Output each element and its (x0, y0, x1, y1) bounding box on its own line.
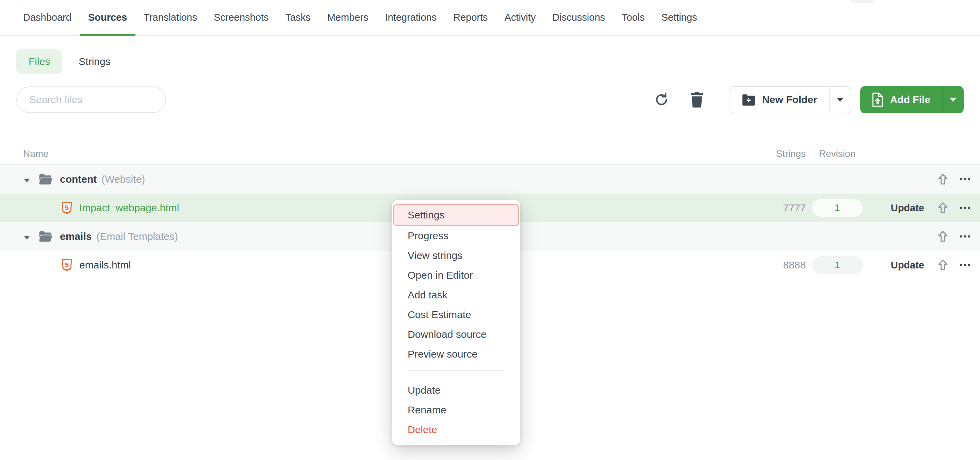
add-file-dropdown[interactable] (942, 86, 964, 113)
trash-icon (690, 92, 704, 108)
folder-plus-icon (742, 94, 756, 106)
strings-count: 7777 (748, 202, 806, 214)
project-nav: Dashboard Sources Translations Screensho… (0, 0, 980, 36)
nav-discussions[interactable]: Discussions (552, 0, 605, 35)
upload-icon[interactable] (935, 229, 950, 244)
chevron-down-icon (837, 98, 843, 102)
context-menu-item-cost-estimate[interactable]: Cost Estimate (392, 305, 520, 325)
context-menu-item-open-in-editor[interactable]: Open in Editor (392, 266, 520, 285)
toolbar-actions: New Folder Add File (654, 86, 964, 113)
context-menu-item-preview-source[interactable]: Preview source (392, 344, 520, 364)
nav-members[interactable]: Members (327, 0, 369, 35)
delete-selected-button[interactable] (690, 92, 704, 108)
upload-icon[interactable] (935, 172, 950, 187)
tab-files[interactable]: Files (16, 49, 62, 74)
folder-note: (Website) (102, 173, 145, 185)
context-menu-item-update[interactable]: Update (392, 380, 520, 400)
file-upload-icon (872, 92, 883, 107)
new-folder-button[interactable]: New Folder (730, 87, 829, 113)
folder-icon (39, 173, 53, 185)
new-folder-dropdown[interactable] (829, 87, 851, 113)
sources-page: Dashboard Sources Translations Screensho… (0, 0, 980, 460)
revision-badge[interactable]: 1 (812, 199, 863, 217)
add-file-split-button: Add File (860, 86, 964, 113)
context-menu-item-progress[interactable]: Progress (392, 226, 520, 246)
header-revision: Revision (809, 148, 865, 159)
search-input[interactable] (16, 86, 166, 113)
more-actions-icon[interactable] (959, 173, 972, 186)
svg-text:5: 5 (65, 261, 69, 269)
file-name[interactable]: Impact_webpage.html (79, 202, 179, 214)
context-menu-item-add-task[interactable]: Add task (392, 285, 520, 305)
nav-dashboard[interactable]: Dashboard (23, 0, 72, 35)
upload-icon[interactable] (935, 201, 950, 215)
upload-icon[interactable] (935, 258, 950, 272)
nav-sources[interactable]: Sources (88, 0, 127, 35)
strings-count: 8888 (748, 259, 806, 271)
context-menu-item-download-source[interactable]: Download source (392, 325, 520, 344)
collapse-caret-icon[interactable] (24, 236, 30, 240)
table-header: Name Strings Revision (0, 143, 980, 165)
folder-name[interactable]: emails (60, 231, 92, 242)
nav-activity[interactable]: Activity (504, 0, 536, 35)
nav-screenshots[interactable]: Screenshots (214, 0, 269, 35)
collapse-caret-icon[interactable] (24, 178, 30, 182)
more-actions-icon[interactable] (959, 230, 972, 243)
nav-tools[interactable]: Tools (622, 0, 645, 35)
context-menu-item-settings[interactable]: Settings (393, 204, 519, 226)
context-menu-item-delete[interactable]: Delete (392, 420, 520, 439)
nav-reports[interactable]: Reports (453, 0, 488, 35)
file-name[interactable]: emails.html (79, 259, 131, 271)
html5-file-icon: 5 (61, 201, 73, 214)
nav-settings[interactable]: Settings (662, 0, 697, 35)
more-actions-icon[interactable] (959, 259, 972, 272)
context-menu-item-rename[interactable]: Rename (392, 400, 520, 420)
chevron-down-icon (950, 98, 956, 102)
nav-translations[interactable]: Translations (143, 0, 197, 35)
sources-subtabs: Files Strings (16, 49, 980, 74)
cutoff-element (850, 0, 875, 3)
svg-text:5: 5 (65, 204, 69, 211)
file-context-menu: Settings Progress View strings Open in E… (392, 200, 520, 445)
add-file-label: Add File (890, 94, 930, 105)
folder-name[interactable]: content (60, 173, 97, 185)
refresh-button[interactable] (654, 92, 669, 107)
revision-badge[interactable]: 1 (812, 256, 863, 274)
context-menu-divider (408, 370, 504, 371)
refresh-icon (654, 92, 669, 107)
table-row-folder-content[interactable]: content (Website) (0, 165, 980, 194)
nav-tasks[interactable]: Tasks (285, 0, 310, 35)
nav-integrations[interactable]: Integrations (385, 0, 437, 35)
more-actions-icon[interactable] (959, 201, 972, 214)
context-menu-item-view-strings[interactable]: View strings (392, 246, 520, 266)
header-strings: Strings (748, 148, 806, 159)
new-folder-label: New Folder (762, 94, 817, 105)
update-link[interactable]: Update (891, 259, 924, 271)
header-name: Name (0, 148, 748, 159)
add-file-button[interactable]: Add File (860, 86, 942, 113)
update-link[interactable]: Update (891, 202, 924, 213)
folder-icon (39, 231, 53, 242)
tab-strings[interactable]: Strings (79, 56, 110, 67)
files-toolbar: New Folder Add File (16, 86, 964, 113)
html5-file-icon: 5 (61, 259, 73, 272)
folder-note: (Email Templates) (96, 231, 178, 242)
new-folder-split-button: New Folder (730, 86, 851, 113)
